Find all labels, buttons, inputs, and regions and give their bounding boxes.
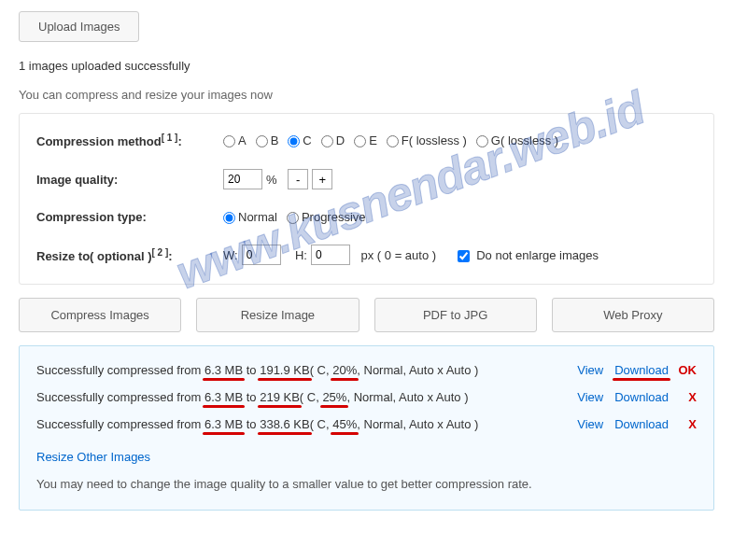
- image-quality-unit: %: [266, 173, 277, 187]
- compression-method-radio[interactable]: [387, 135, 399, 147]
- compression-method-label: Compression method[ 1 ]:: [36, 133, 223, 148]
- resize-height-input[interactable]: [311, 245, 350, 265]
- result-links: ViewDownloadOK: [547, 363, 697, 377]
- result-from-size: 6.3 MB: [204, 417, 243, 431]
- download-link[interactable]: Download: [614, 417, 669, 431]
- quality-minus-button[interactable]: -: [288, 169, 308, 189]
- compression-type-controls: NormalProgressive: [223, 210, 697, 224]
- compression-method-option[interactable]: F( lossless ): [387, 133, 467, 147]
- view-link[interactable]: View: [577, 417, 603, 431]
- result-pct: 45%: [332, 417, 357, 431]
- compression-method-option[interactable]: G( lossless ): [476, 133, 558, 147]
- resize-enlarge-label-wrap[interactable]: Do not enlarge images: [458, 248, 599, 262]
- quality-plus-button[interactable]: +: [312, 169, 332, 189]
- view-link[interactable]: View: [577, 363, 603, 377]
- compression-method-option[interactable]: B: [256, 133, 279, 147]
- result-annotation: X: [674, 390, 697, 404]
- upload-images-button[interactable]: Upload Images: [19, 11, 139, 42]
- result-links: ViewDownloadX: [547, 417, 697, 431]
- compression-method-radio[interactable]: [223, 135, 235, 147]
- result-row: Successfully compressed from 6.3 MB to 2…: [36, 390, 697, 404]
- result-text: Successfully compressed from 6.3 MB to 2…: [36, 390, 547, 404]
- compression-method-sup: [ 1 ]: [162, 133, 178, 143]
- result-text: Successfully compressed from 6.3 MB to 1…: [36, 363, 547, 377]
- download-link[interactable]: Download: [614, 363, 669, 377]
- compression-method-radio[interactable]: [256, 135, 268, 147]
- compression-method-option[interactable]: D: [321, 133, 345, 147]
- compress-images-button[interactable]: Compress Images: [19, 298, 181, 332]
- compression-method-option[interactable]: E: [354, 133, 377, 147]
- compression-method-radio[interactable]: [354, 135, 366, 147]
- result-to-size: 338.6 KB: [260, 417, 310, 431]
- compression-type-radio[interactable]: [287, 212, 299, 224]
- view-link[interactable]: View: [577, 390, 603, 404]
- compression-type-label: Compression type:: [36, 210, 223, 224]
- resize-h-label: H:: [295, 248, 307, 262]
- resize-other-images-link[interactable]: Resize Other Images: [36, 450, 150, 464]
- resize-row: Resize to( optional )[ 2 ]: W: H: px ( 0…: [36, 245, 697, 265]
- results-panel: Successfully compressed from 6.3 MB to 1…: [19, 345, 714, 511]
- compression-method-row: Compression method[ 1 ]: ABCDEF( lossles…: [36, 133, 697, 148]
- result-row: Successfully compressed from 6.3 MB to 1…: [36, 363, 697, 377]
- result-annotation: OK: [674, 363, 697, 377]
- do-not-enlarge-checkbox[interactable]: [458, 250, 470, 262]
- resize-w-label: W:: [223, 248, 238, 262]
- compression-method-option[interactable]: C: [288, 133, 311, 147]
- result-from-size: 6.3 MB: [204, 363, 243, 377]
- resize-width-input[interactable]: [242, 245, 281, 265]
- image-quality-controls: % - +: [223, 169, 697, 189]
- resize-label-text: Resize to( optional ): [36, 249, 152, 263]
- resize-px-hint: px ( 0 = auto ): [361, 248, 437, 262]
- compress-hint: You can compress and resize your images …: [19, 88, 714, 102]
- pdf-to-jpg-button[interactable]: PDF to JPG: [374, 298, 537, 332]
- resize-image-button[interactable]: Resize Image: [196, 298, 359, 332]
- image-quality-row: Image quality: % - +: [36, 169, 697, 189]
- result-text: Successfully compressed from 6.3 MB to 3…: [36, 417, 547, 431]
- results-footer-hint: You may need to change the image quality…: [36, 477, 697, 491]
- compression-method-radio[interactable]: [321, 135, 333, 147]
- result-from-size: 6.3 MB: [204, 390, 243, 404]
- resize-label: Resize to( optional )[ 2 ]:: [36, 247, 223, 263]
- compression-method-option[interactable]: A: [223, 133, 247, 147]
- compression-type-row: Compression type: NormalProgressive: [36, 210, 697, 224]
- result-to-size: 191.9 KB: [260, 363, 310, 377]
- download-link[interactable]: Download: [614, 390, 669, 404]
- settings-panel: Compression method[ 1 ]: ABCDEF( lossles…: [19, 113, 714, 285]
- image-quality-label: Image quality:: [36, 173, 223, 187]
- image-quality-input[interactable]: [223, 169, 262, 189]
- result-to-size: 219 KB: [260, 390, 300, 404]
- web-proxy-button[interactable]: Web Proxy: [552, 298, 714, 332]
- compression-type-option[interactable]: Progressive: [287, 210, 366, 224]
- result-links: ViewDownloadX: [547, 390, 697, 404]
- resize-sup: [ 2 ]: [152, 247, 169, 258]
- resize-controls: W: H: px ( 0 = auto ) Do not enlarge ima…: [223, 245, 697, 265]
- result-row: Successfully compressed from 6.3 MB to 3…: [36, 417, 697, 431]
- compression-method-label-text: Compression method: [36, 134, 162, 148]
- compression-method-radio[interactable]: [288, 135, 300, 147]
- compression-method-controls: ABCDEF( lossless )G( lossless ): [223, 133, 697, 147]
- result-pct: 20%: [332, 363, 357, 377]
- result-annotation: X: [674, 417, 697, 431]
- do-not-enlarge-label: Do not enlarge images: [476, 248, 599, 262]
- action-button-row: Compress Images Resize Image PDF to JPG …: [19, 298, 714, 332]
- compression-method-radio[interactable]: [476, 135, 488, 147]
- compression-type-option[interactable]: Normal: [223, 210, 277, 224]
- compression-type-radio[interactable]: [223, 212, 235, 224]
- result-pct: 25%: [322, 390, 346, 404]
- upload-status: 1 images uploaded successfully: [19, 59, 714, 73]
